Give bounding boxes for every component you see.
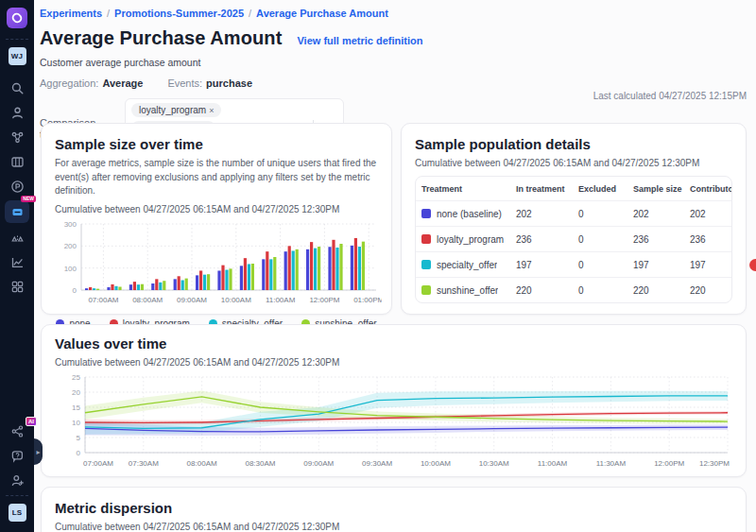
bar-loyalty_program[interactable]: [89, 286, 92, 289]
bar-sunshine_offer[interactable]: [96, 288, 99, 289]
sidebar-item-ai-assistant[interactable]: AI: [4, 420, 30, 441]
bar-specialty_offer[interactable]: [159, 282, 162, 289]
bar-none[interactable]: [151, 283, 154, 290]
bar-none[interactable]: [129, 284, 132, 290]
bar-sunshine_offer[interactable]: [318, 247, 320, 290]
sidebar-item-invite-user[interactable]: [4, 470, 30, 490]
bar-sunshine_offer[interactable]: [362, 241, 365, 289]
breadcrumb-experiment-name[interactable]: Promotions-Summer-2025: [114, 8, 244, 19]
breadcrumb-metric-name[interactable]: Average Purchase Amount: [256, 8, 388, 19]
bar-sunshine_offer[interactable]: [207, 274, 210, 290]
sidebar-item-search[interactable]: [4, 77, 30, 98]
sidebar-item-support[interactable]: [4, 445, 30, 466]
bar-none[interactable]: [351, 245, 353, 289]
bar-none[interactable]: [85, 288, 88, 290]
sidebar-item-pulse[interactable]: [4, 176, 30, 197]
sidebar-item-apps[interactable]: [4, 276, 30, 297]
bar-loyalty_program[interactable]: [199, 270, 202, 290]
bar-specialty_offer[interactable]: [269, 259, 272, 290]
bar-sunshine_offer[interactable]: [229, 268, 232, 290]
workspace-avatar[interactable]: WJ: [4, 45, 30, 66]
bar-none[interactable]: [262, 259, 265, 290]
bar-loyalty_program[interactable]: [266, 251, 268, 290]
bar-none[interactable]: [217, 270, 220, 290]
bar-sunshine_offer[interactable]: [185, 278, 188, 289]
table-cell: 202: [684, 209, 731, 219]
sidebar-item-analytics[interactable]: [4, 251, 30, 272]
bar-specialty_offer[interactable]: [314, 248, 317, 289]
sidebar-divider: [6, 39, 28, 40]
bar-sunshine_offer[interactable]: [141, 283, 144, 289]
values-line-chart[interactable]: 051015202507:00AM07:30AM08:00AM08:30AM09…: [55, 371, 732, 483]
bar-specialty_offer[interactable]: [181, 280, 184, 290]
bar-specialty_offer[interactable]: [225, 269, 228, 289]
svg-text:01:00PM: 01:00PM: [353, 296, 382, 304]
bar-sunshine_offer[interactable]: [163, 281, 165, 290]
bar-loyalty_program[interactable]: [354, 237, 357, 289]
dispersion-title: Metric dispersion: [55, 500, 732, 516]
table-row[interactable]: specialty_offer1970197197: [416, 251, 731, 277]
bar-sunshine_offer[interactable]: [296, 249, 299, 289]
bar-none[interactable]: [174, 279, 177, 290]
notification-dot[interactable]: [749, 259, 756, 271]
bar-specialty_offer[interactable]: [248, 264, 250, 290]
metric-dispersion-card: Metric dispersion Cumulative between 04/…: [41, 487, 747, 532]
bar-loyalty_program[interactable]: [111, 283, 113, 289]
svg-text:07:00AM: 07:00AM: [83, 459, 113, 468]
new-badge: NEW: [21, 196, 36, 202]
bar-none[interactable]: [107, 286, 110, 289]
sidebar-item-users[interactable]: [4, 102, 30, 123]
svg-text:12:30PM: 12:30PM: [699, 459, 730, 468]
bar-none[interactable]: [284, 251, 287, 290]
treatment-name: none (baseline): [437, 209, 502, 219]
bar-specialty_offer[interactable]: [93, 288, 95, 290]
bar-loyalty_program[interactable]: [332, 239, 335, 289]
user-avatar[interactable]: LS: [4, 502, 30, 523]
bar-specialty_offer[interactable]: [335, 247, 338, 289]
bar-loyalty_program[interactable]: [288, 246, 291, 290]
sample-size-description: For average metrics, sample size is the …: [55, 157, 378, 198]
sidebar-item-feature-gates[interactable]: [4, 151, 30, 172]
bar-loyalty_program[interactable]: [178, 276, 180, 290]
bar-specialty_offer[interactable]: [358, 247, 361, 290]
bar-sunshine_offer[interactable]: [339, 244, 342, 290]
bar-none[interactable]: [240, 266, 243, 290]
page-title: Average Purchase Amount: [40, 27, 282, 49]
bar-loyalty_program[interactable]: [221, 265, 224, 289]
population-cumulative: Cumulative between 04/27/2025 06:15AM an…: [415, 158, 732, 168]
bar-sunshine_offer[interactable]: [273, 257, 276, 290]
user-initials: LS: [9, 504, 26, 522]
breadcrumb-experiments[interactable]: Experiments: [40, 8, 102, 19]
sidebar-item-metrics-active[interactable]: NEW: [5, 200, 29, 223]
sidebar-item-experiments[interactable]: [4, 127, 30, 147]
bar-loyalty_program[interactable]: [155, 279, 158, 290]
bar-specialty_offer[interactable]: [203, 274, 206, 289]
bar-loyalty_program[interactable]: [244, 258, 247, 290]
bar-specialty_offer[interactable]: [137, 284, 140, 290]
sidebar-item-ab-tests[interactable]: [4, 227, 30, 248]
bar-loyalty_program[interactable]: [133, 282, 136, 290]
sample-size-bar-chart[interactable]: 010020030007:00AM08:00AM09:00AM10:00AM11…: [55, 218, 378, 317]
treatment-chip[interactable]: loyalty_program×: [131, 103, 221, 117]
table-row[interactable]: none (baseline)2020202202: [416, 200, 731, 226]
bar-loyalty_program[interactable]: [310, 242, 313, 290]
table-row[interactable]: sunshine_offer2200220220: [416, 277, 731, 302]
bar-none[interactable]: [306, 249, 309, 289]
bar-sunshine_offer[interactable]: [251, 264, 254, 290]
bar-sunshine_offer[interactable]: [118, 286, 121, 290]
columns-icon: [10, 155, 25, 169]
table-cell: 197: [510, 260, 573, 270]
app-logo[interactable]: [7, 8, 27, 28]
ai-badge: AI: [26, 417, 37, 426]
bar-none[interactable]: [196, 275, 198, 290]
remove-chip-icon[interactable]: ×: [209, 106, 214, 115]
table-cell: 220: [510, 285, 573, 296]
bar-specialty_offer[interactable]: [114, 285, 117, 289]
view-metric-definition-link[interactable]: View full metric definition: [297, 35, 422, 46]
svg-text:08:00AM: 08:00AM: [187, 459, 217, 468]
table-row[interactable]: loyalty_program2360236236: [416, 226, 731, 251]
bar-specialty_offer[interactable]: [292, 250, 295, 290]
table-cell: 0: [573, 234, 627, 245]
bar-none[interactable]: [328, 247, 331, 290]
treatment-color-swatch: [421, 209, 431, 218]
